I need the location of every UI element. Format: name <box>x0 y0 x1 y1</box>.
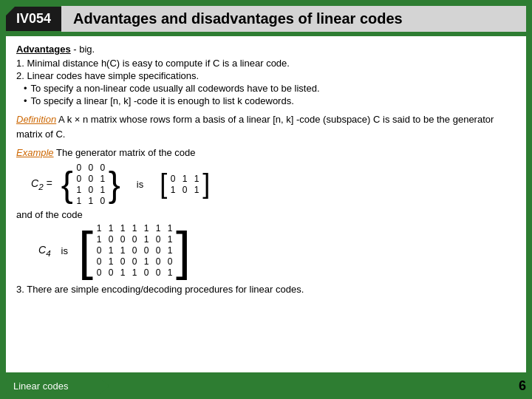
title-text: Advantages and disadvantages of linear c… <box>61 6 526 32</box>
definition-label: Definition <box>16 114 56 125</box>
bullet2: To specify a linear [n, k] -code it is e… <box>24 95 516 106</box>
advantages-subtext: - big. <box>71 44 95 55</box>
example-body: The generator matrix of the code <box>54 147 196 158</box>
bottom-bar: Linear codes 6 <box>6 378 526 395</box>
item1: 1. Minimal distance h(C) is easy to comp… <box>16 58 516 69</box>
definition-block: Definition A k × n matrix whose rows for… <box>16 112 516 141</box>
bullet1: To specify a non-linear code usually all… <box>24 83 516 94</box>
c2-label: C2 = <box>31 177 52 191</box>
matrix-c4-section: C4 is [ 11111111000101011000101001000011… <box>38 223 516 278</box>
main-content: Advantages - big. 1. Minimal distance h(… <box>6 36 526 372</box>
page-number: 6 <box>519 378 526 394</box>
item2: 2. Linear codes have simple specificatio… <box>16 70 516 81</box>
is-label: is <box>137 179 143 190</box>
title-badge: IV054 <box>6 7 61 31</box>
and-of-code: and of the code <box>16 209 516 220</box>
matrix-c2-right: [ 011101 ] <box>160 172 210 196</box>
advantages-heading: Advantages <box>16 44 71 55</box>
example-block: Example The generator matrix of the code <box>16 147 516 158</box>
matrix-c2-section: C2 = { 000001101110 } is [ 011101 ] <box>31 163 516 206</box>
c4-label: C4 <box>38 244 51 258</box>
title-bar: IV054 Advantages and disadvantages of li… <box>6 6 526 32</box>
matrix-c4: [ 11111111000101011000101001000011001 ] <box>78 223 191 278</box>
advantages-line: Advantages - big. <box>16 44 516 55</box>
definition-body: A k × n matrix whose rows form a basis o… <box>16 114 494 140</box>
item3: 3. There are simple encoding/decoding pr… <box>16 284 516 295</box>
bottom-label: Linear codes <box>6 378 109 395</box>
example-label: Example <box>16 147 54 158</box>
matrix-c2-left: { 000001101110 } <box>61 163 120 206</box>
